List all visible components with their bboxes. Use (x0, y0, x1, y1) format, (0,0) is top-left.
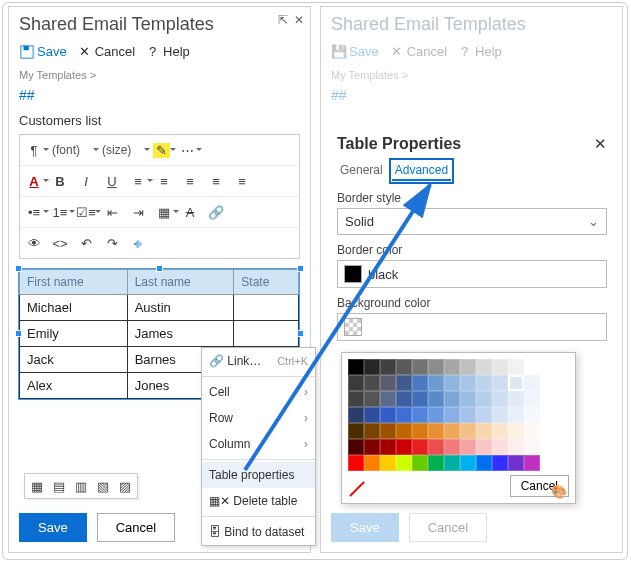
redo-button[interactable]: ↷ (101, 232, 123, 254)
palette-swatch[interactable] (492, 407, 508, 423)
table-row[interactable]: MichaelAustin (20, 295, 299, 321)
palette-swatch[interactable] (524, 423, 540, 439)
palette-swatch[interactable] (396, 407, 412, 423)
palette-swatch[interactable] (428, 391, 444, 407)
col-right-icon[interactable]: ▨ (115, 476, 135, 496)
ctx-link[interactable]: 🔗 Link… Ctrl+K (202, 348, 315, 374)
palette-swatch[interactable] (492, 439, 508, 455)
palette-swatch[interactable] (444, 439, 460, 455)
palette-swatch[interactable] (364, 407, 380, 423)
palette-swatch[interactable] (524, 391, 540, 407)
palette-swatch[interactable] (428, 359, 444, 375)
palette-swatch[interactable] (492, 375, 508, 391)
palette-swatch[interactable] (524, 375, 540, 391)
palette-swatch[interactable] (364, 375, 380, 391)
align-left-button[interactable]: ≡ (153, 170, 175, 192)
palette-swatch[interactable] (444, 407, 460, 423)
palette-swatch[interactable] (348, 375, 364, 391)
tab-advanced[interactable]: Advanced (392, 161, 451, 181)
table-cell[interactable] (234, 321, 299, 347)
table-cell[interactable]: Alex (20, 373, 128, 399)
bullet-list-button[interactable]: •≡ (23, 201, 45, 223)
palette-swatch[interactable] (508, 455, 524, 471)
palette-swatch[interactable] (492, 391, 508, 407)
palette-swatch[interactable] (460, 359, 476, 375)
col-left-icon[interactable]: ▧ (93, 476, 113, 496)
palette-swatch[interactable] (460, 423, 476, 439)
palette-swatch[interactable] (412, 455, 428, 471)
palette-swatch[interactable] (508, 359, 524, 375)
palette-swatch[interactable] (396, 391, 412, 407)
border-style-select[interactable]: Solid ⌄ (337, 208, 607, 235)
size-dropdown[interactable]: (size) (99, 143, 134, 157)
highlight-button[interactable]: ✎ (150, 139, 172, 161)
palette-swatch[interactable] (412, 391, 428, 407)
palette-swatch[interactable] (444, 423, 460, 439)
palette-swatch[interactable] (428, 423, 444, 439)
align-dropdown[interactable]: ≡ (127, 170, 149, 192)
table-row[interactable]: EmilyJames (20, 321, 299, 347)
palette-swatch[interactable] (380, 407, 396, 423)
dialog-close-icon[interactable]: ✕ (594, 135, 607, 153)
font-dropdown[interactable]: (font) (49, 143, 83, 157)
palette-swatch[interactable] (396, 455, 412, 471)
palette-swatch[interactable] (380, 359, 396, 375)
undo-button[interactable]: ↶ (75, 232, 97, 254)
palette-swatch[interactable] (492, 423, 508, 439)
palette-swatch[interactable] (460, 439, 476, 455)
palette-swatch[interactable] (380, 375, 396, 391)
eyedropper-icon[interactable]: 🎨 (551, 484, 567, 499)
palette-swatch[interactable] (508, 439, 524, 455)
bold-button[interactable]: B (49, 170, 71, 192)
palette-swatch[interactable] (444, 391, 460, 407)
close-icon[interactable]: ✕ (294, 13, 304, 27)
palette-swatch[interactable] (380, 455, 396, 471)
palette-swatch[interactable] (476, 455, 492, 471)
col-header[interactable]: State (234, 270, 299, 295)
palette-swatch[interactable] (412, 407, 428, 423)
palette-swatch[interactable] (524, 359, 540, 375)
palette-swatch[interactable] (508, 407, 524, 423)
size-chevron-icon[interactable] (138, 139, 146, 161)
tab-general[interactable]: General (337, 161, 386, 181)
font-chevron-icon[interactable] (87, 139, 95, 161)
outdent-button[interactable]: ⇤ (101, 201, 123, 223)
resize-handle[interactable] (15, 265, 22, 272)
code-button[interactable]: <> (49, 232, 71, 254)
palette-swatch[interactable] (364, 455, 380, 471)
resize-handle[interactable] (15, 330, 22, 337)
palette-swatch[interactable] (508, 423, 524, 439)
palette-swatch[interactable] (508, 375, 524, 391)
palette-swatch[interactable] (460, 375, 476, 391)
pin-icon[interactable]: ⇱ (278, 13, 288, 27)
checklist-button[interactable]: ☑≡ (75, 201, 97, 223)
ctx-column[interactable]: Column (202, 431, 315, 457)
palette-swatch[interactable] (428, 455, 444, 471)
palette-swatch[interactable] (444, 455, 460, 471)
palette-swatch[interactable] (348, 407, 364, 423)
palette-swatch[interactable] (524, 455, 540, 471)
palette-swatch[interactable] (364, 359, 380, 375)
row-below-icon[interactable]: ▥ (71, 476, 91, 496)
save-button[interactable]: Save (19, 513, 87, 542)
table-cell[interactable]: Jack (20, 347, 128, 373)
palette-swatch[interactable] (476, 423, 492, 439)
insert-button[interactable]: ⎆ (127, 232, 149, 254)
palette-swatch[interactable] (348, 359, 364, 375)
palette-swatch[interactable] (380, 423, 396, 439)
col-header[interactable]: First name (20, 270, 128, 295)
palette-swatch[interactable] (364, 423, 380, 439)
indent-button[interactable]: ⇥ (127, 201, 149, 223)
palette-swatch[interactable] (444, 359, 460, 375)
palette-swatch[interactable] (380, 439, 396, 455)
palette-swatch[interactable] (492, 359, 508, 375)
palette-swatch[interactable] (476, 375, 492, 391)
palette-swatch[interactable] (412, 423, 428, 439)
row-above-icon[interactable]: ▤ (49, 476, 69, 496)
palette-swatch[interactable] (524, 407, 540, 423)
palette-swatch[interactable] (460, 455, 476, 471)
palette-swatch[interactable] (476, 407, 492, 423)
palette-swatch[interactable] (428, 407, 444, 423)
palette-swatch[interactable] (508, 391, 524, 407)
font-color-button[interactable]: A (23, 170, 45, 192)
